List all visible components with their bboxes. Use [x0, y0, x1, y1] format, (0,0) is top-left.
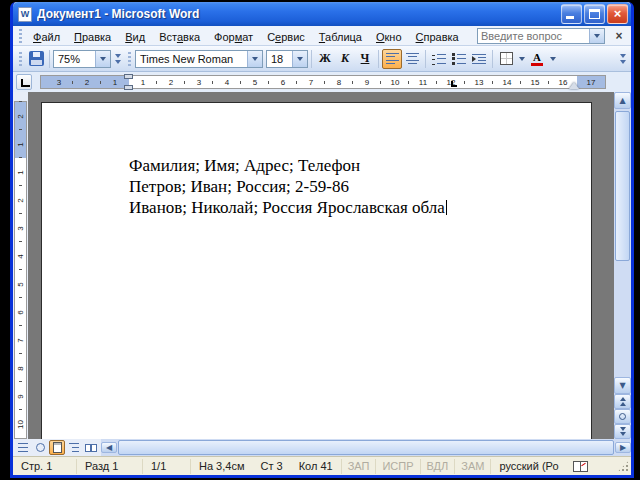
status-mode-indicator[interactable]: ВДЛ: [421, 459, 456, 474]
horizontal-scroll-thumb[interactable]: [118, 440, 614, 455]
status-mode-indicator[interactable]: ЗАМ: [455, 459, 491, 474]
numbered-list-button[interactable]: [429, 49, 449, 69]
font-color-dropdown[interactable]: [547, 49, 558, 69]
italic-button[interactable]: К: [335, 49, 355, 69]
menu-item-таблица[interactable]: Таблица: [312, 29, 369, 45]
menu-item-правка[interactable]: Правка: [67, 29, 118, 45]
menu-item-формат[interactable]: Формат: [207, 29, 260, 45]
vertical-scroll-track[interactable]: [614, 109, 631, 377]
document-line[interactable]: Иванов; Николай; Россия Ярославская обла: [129, 197, 571, 218]
borders-button[interactable]: [496, 49, 516, 69]
reading-layout-view-button[interactable]: [83, 440, 99, 455]
outline-view-button[interactable]: [66, 440, 82, 455]
zoom-combo[interactable]: 75%: [53, 50, 111, 68]
ruler-number: 10: [15, 410, 26, 438]
next-page-button[interactable]: [614, 424, 631, 439]
ask-question-input[interactable]: [478, 30, 589, 42]
save-button[interactable]: [26, 49, 46, 69]
font-name-dropdown[interactable]: [247, 51, 262, 67]
standard-toolbar-options-button[interactable]: [112, 48, 123, 70]
menu-item-файл[interactable]: Файл: [26, 29, 67, 45]
menu-item-вставка[interactable]: Вставка: [152, 29, 207, 45]
ruler-number: 2: [15, 186, 26, 214]
scroll-left-button[interactable]: ◀: [101, 442, 117, 453]
save-icon: [29, 51, 44, 66]
minimize-button[interactable]: [561, 4, 582, 24]
status-mode-indicator[interactable]: ИСПР: [376, 459, 420, 474]
view-buttons: [13, 439, 101, 456]
reading-layout-icon: [85, 444, 97, 452]
select-browse-object-button[interactable]: [614, 409, 631, 424]
document-page[interactable]: Фамилия; Имя; Адрес; ТелефонПетров; Иван…: [41, 102, 592, 439]
ruler-number: 4: [213, 76, 241, 88]
formatting-toolbar-options-button[interactable]: [617, 48, 628, 70]
borders-icon: [500, 52, 513, 65]
bold-button[interactable]: Ж: [315, 49, 335, 69]
increase-indent-button[interactable]: [469, 49, 489, 69]
scroll-up-button[interactable]: ▲: [614, 92, 631, 109]
right-indent-marker[interactable]: [569, 82, 579, 89]
ask-question-box[interactable]: [477, 28, 605, 44]
close-button[interactable]: ×: [607, 4, 628, 24]
font-color-icon: А: [531, 52, 543, 66]
minimize-icon: [566, 16, 574, 19]
menu-bar: ФайлПравкаВидВставкаФорматСервисТаблицаО…: [13, 26, 631, 46]
status-bar: Стр. 1 Разд 1 1/1 На 3,4см Ст 3 Кол 41 З…: [13, 456, 631, 475]
standard-toolbar-grip[interactable]: [18, 52, 23, 66]
horizontal-scrollbar-row: ◀ ▶: [13, 439, 631, 456]
menu-item-окно[interactable]: Окно: [369, 29, 409, 45]
web-layout-view-button[interactable]: [32, 440, 48, 455]
tab-stop-marker[interactable]: [451, 81, 457, 87]
ruler-number: 6: [269, 76, 297, 88]
font-size-combo[interactable]: 18: [266, 50, 308, 68]
vertical-ruler[interactable]: 21 12345678910: [13, 92, 28, 439]
horizontal-ruler[interactable]: 321 12345678910111213141516 17: [40, 75, 606, 89]
print-layout-view-button[interactable]: [49, 440, 65, 455]
ruler-number: 3: [185, 76, 213, 88]
font-name-combo[interactable]: Times New Roman: [135, 50, 263, 68]
zoom-dropdown[interactable]: [95, 51, 110, 67]
menubar-close-button[interactable]: ×: [611, 29, 627, 43]
hanging-indent-marker[interactable]: [124, 85, 133, 90]
align-left-icon: [386, 53, 399, 65]
horizontal-scroll-track[interactable]: [117, 439, 615, 456]
status-section: Разд 1: [77, 459, 143, 474]
document-line[interactable]: Фамилия; Имя; Адрес; Телефон: [129, 155, 571, 176]
document-text[interactable]: Фамилия; Имя; Адрес; ТелефонПетров; Иван…: [42, 103, 591, 218]
scroll-right-button[interactable]: ▶: [615, 442, 631, 453]
previous-page-button[interactable]: [614, 394, 631, 409]
ruler-number: 2: [15, 102, 26, 130]
word-window: W Документ1 - Microsoft Word × ФайлПравк…: [10, 2, 634, 478]
first-line-indent-marker[interactable]: [124, 74, 133, 79]
menu-item-вид[interactable]: Вид: [118, 29, 152, 45]
title-bar[interactable]: W Документ1 - Microsoft Word ×: [13, 2, 631, 26]
status-mode-indicator[interactable]: ЗАП: [342, 459, 377, 474]
maximize-button[interactable]: [584, 4, 605, 24]
menu-item-сервис[interactable]: Сервис: [260, 29, 312, 45]
vertical-scrollbar[interactable]: ▲ ▼: [614, 92, 631, 439]
ask-question-dropdown[interactable]: [589, 29, 604, 43]
spelling-status-icon[interactable]: [573, 461, 588, 472]
browse-object-icon: [619, 413, 626, 420]
align-left-button[interactable]: [382, 49, 402, 69]
align-center-button[interactable]: [402, 49, 422, 69]
borders-dropdown[interactable]: [516, 49, 527, 69]
menubar-grip[interactable]: [18, 29, 23, 43]
document-line[interactable]: Петров; Иван; Россия; 2-59-86: [129, 176, 571, 197]
font-size-dropdown[interactable]: [292, 51, 307, 67]
font-color-button[interactable]: А: [527, 49, 547, 69]
ruler-number: 7: [297, 76, 325, 88]
resize-grip[interactable]: [617, 460, 630, 473]
ruler-number: 2: [73, 76, 101, 88]
tab-type-selector[interactable]: [16, 74, 32, 90]
underline-button[interactable]: Ч: [355, 49, 375, 69]
vertical-scroll-thumb[interactable]: [615, 111, 630, 261]
normal-view-button[interactable]: [15, 440, 31, 455]
chevron-down-icon: [620, 54, 626, 58]
ruler-number: 4: [15, 242, 26, 270]
scroll-down-button[interactable]: ▼: [614, 377, 631, 394]
menu-item-справка[interactable]: Справка: [409, 29, 466, 45]
increase-indent-icon: [472, 53, 486, 65]
bulleted-list-button[interactable]: [449, 49, 469, 69]
formatting-toolbar-grip[interactable]: [127, 52, 132, 66]
